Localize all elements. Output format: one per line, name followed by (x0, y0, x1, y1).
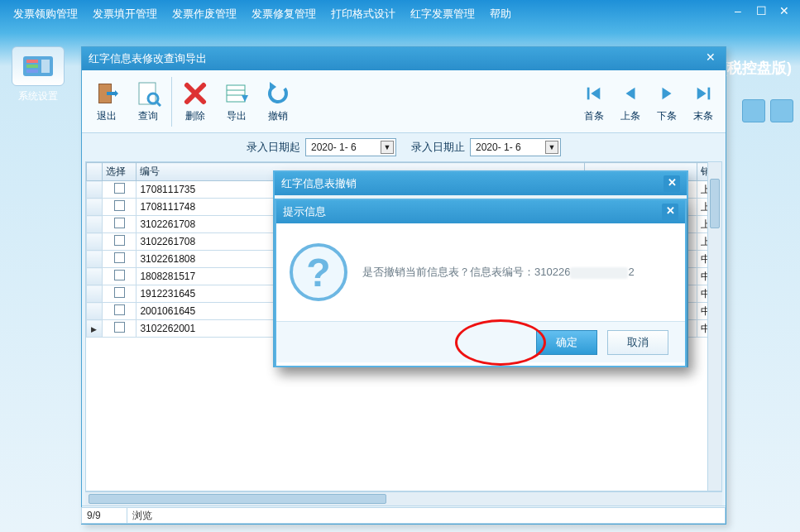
checkbox[interactable] (114, 287, 125, 298)
question-icon: ? (290, 243, 347, 301)
next-record-button[interactable]: 下条 (649, 74, 684, 130)
cell-select[interactable] (102, 268, 137, 285)
menu-item[interactable]: 打印格式设计 (324, 3, 402, 25)
cancel-button[interactable]: 取消 (607, 330, 668, 355)
search-label: 查询 (138, 109, 158, 123)
minimize-button[interactable]: – (727, 3, 749, 20)
menu-item[interactable]: 发票修复管理 (245, 3, 323, 25)
row-header (87, 181, 103, 199)
undo-dialog-close-button[interactable]: ✕ (663, 175, 680, 192)
checkbox[interactable] (114, 322, 125, 333)
quick-button-1[interactable] (742, 99, 765, 122)
svg-rect-1 (26, 60, 38, 63)
ok-button[interactable]: 确定 (536, 330, 597, 355)
svg-marker-22 (697, 88, 707, 100)
next-label: 下条 (657, 109, 677, 123)
first-record-button[interactable]: 首条 (577, 74, 611, 130)
svg-rect-4 (41, 60, 50, 73)
confirm-dialog: 提示信息 ✕ ? 是否撤销当前信息表？信息表编号：3102262 确定 取消 (275, 199, 687, 367)
svg-rect-2 (26, 65, 38, 68)
undo-button[interactable]: 撤销 (258, 74, 298, 130)
date-from-label: 录入日期起 (247, 140, 300, 155)
first-icon (581, 79, 607, 108)
date-from-field[interactable]: 2020- 1- 6 ▼ (305, 138, 396, 156)
cell-select[interactable] (102, 181, 137, 199)
query-toolbar: 退出 查询 删除 导出 撤销 首条 (82, 70, 726, 133)
checkbox[interactable] (114, 183, 125, 194)
status-mode: 浏览 (127, 507, 726, 524)
checkbox[interactable] (114, 304, 125, 315)
dropdown-icon[interactable]: ▼ (381, 141, 394, 154)
prev-icon (617, 79, 644, 108)
row-header (87, 233, 103, 251)
undo-dialog-titlebar: 红字信息表撤销 ✕ (275, 172, 687, 195)
cell-select[interactable] (102, 233, 137, 251)
svg-marker-21 (663, 88, 672, 100)
cell-select[interactable] (102, 285, 137, 303)
exit-label: 退出 (97, 109, 117, 123)
date-to-field[interactable]: 2020- 1- 6 ▼ (470, 138, 561, 156)
checkbox[interactable] (114, 252, 125, 263)
close-button[interactable]: ✕ (774, 3, 795, 20)
checkbox[interactable] (114, 200, 125, 211)
checkbox[interactable] (114, 218, 125, 228)
row-header (87, 251, 103, 268)
query-window-titlebar: 红字信息表修改查询导出 ✕ (82, 47, 726, 70)
checkbox[interactable] (114, 235, 125, 246)
menu-item[interactable]: 发票作废管理 (165, 3, 243, 25)
cell-select[interactable] (102, 199, 137, 216)
undo-label: 撤销 (268, 109, 288, 123)
export-button[interactable]: 导出 (217, 74, 256, 130)
prev-record-button[interactable]: 上条 (613, 74, 648, 130)
svg-rect-23 (708, 88, 711, 100)
first-label: 首条 (584, 109, 604, 123)
query-window-close-button[interactable]: ✕ (702, 50, 719, 67)
quick-button-2[interactable] (770, 99, 793, 122)
delete-button[interactable]: 删除 (175, 74, 215, 130)
query-window-title: 红字信息表修改查询导出 (89, 51, 207, 66)
delete-label: 删除 (185, 109, 205, 123)
row-header (87, 268, 103, 285)
svg-rect-13 (227, 85, 245, 102)
search-button[interactable]: 查询 (128, 74, 168, 130)
confirm-message: 是否撤销当前信息表？信息表编号：3102262 (362, 265, 672, 280)
filter-bar: 录入日期起 2020- 1- 6 ▼ 录入日期止 2020- 1- 6 ▼ (82, 133, 726, 161)
checkbox[interactable] (114, 270, 125, 280)
menu-item[interactable]: 红字发票管理 (404, 3, 481, 25)
menu-item[interactable]: 发票填开管理 (86, 3, 164, 25)
confirm-dialog-close-button[interactable]: ✕ (662, 204, 678, 220)
row-header (87, 199, 103, 216)
search-icon (135, 79, 161, 108)
cell-select[interactable] (102, 251, 137, 268)
edition-label: (税控盘版) (722, 58, 792, 78)
exit-button[interactable]: 退出 (87, 74, 127, 130)
export-icon (223, 79, 250, 108)
system-settings-label: 系统设置 (5, 89, 71, 103)
status-position: 9/9 (81, 507, 127, 524)
svg-rect-18 (587, 88, 590, 100)
row-header (87, 216, 103, 233)
system-settings-icon[interactable] (12, 46, 65, 86)
redacted-text (570, 267, 628, 279)
menu-item[interactable]: 帮助 (483, 3, 518, 25)
confirm-dialog-title: 提示信息 (283, 204, 326, 219)
confirm-dialog-buttons: 确定 取消 (276, 321, 685, 362)
cell-select[interactable] (102, 216, 137, 233)
svg-marker-19 (591, 88, 600, 100)
horizontal-scrollbar[interactable] (85, 491, 722, 506)
last-icon (690, 79, 716, 108)
cell-select[interactable] (102, 320, 137, 338)
window-controls: – ☐ ✕ (727, 3, 795, 20)
vertical-scrollbar[interactable] (707, 162, 721, 491)
maximize-button[interactable]: ☐ (750, 3, 772, 20)
menu-item[interactable]: 发票领购管理 (7, 3, 84, 25)
row-header (87, 303, 103, 320)
left-dock: 系统设置 (5, 46, 71, 103)
col-select[interactable]: 选择 (102, 163, 137, 181)
confirm-dialog-titlebar: 提示信息 ✕ (276, 200, 685, 223)
last-record-button[interactable]: 末条 (686, 74, 721, 130)
cell-select[interactable] (102, 303, 137, 320)
menubar: 发票领购管理 发票填开管理 发票作废管理 发票修复管理 打印格式设计 红字发票管… (0, 0, 800, 25)
dropdown-icon[interactable]: ▼ (545, 141, 558, 154)
date-from-value: 2020- 1- 6 (311, 141, 357, 153)
